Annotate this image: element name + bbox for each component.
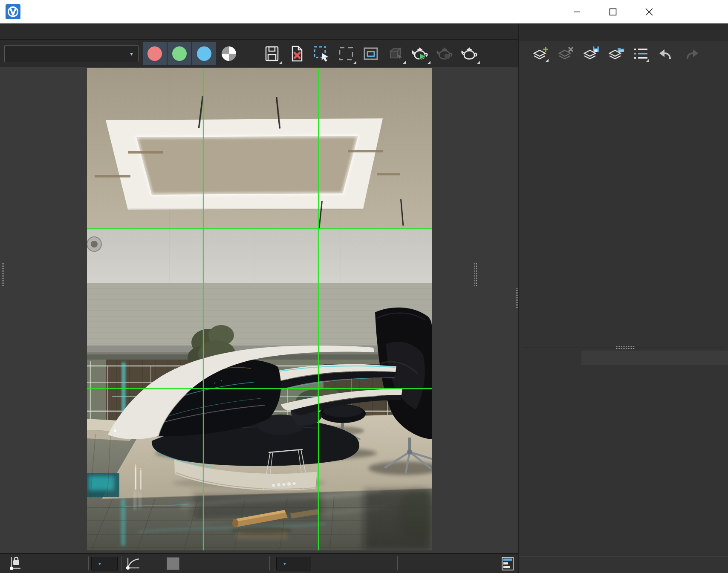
- save-image-button[interactable]: [260, 42, 284, 65]
- red-channel-button[interactable]: [143, 42, 167, 65]
- channel-select-dropdown[interactable]: ▾: [4, 45, 139, 62]
- render-teapot-icon: [410, 44, 430, 63]
- stop-render-icon: [435, 44, 455, 63]
- save-icon: [263, 44, 281, 63]
- zoom-level-button[interactable]: [334, 42, 358, 65]
- value-r: [184, 554, 205, 573]
- properties-header-area[interactable]: [581, 351, 728, 365]
- chevron-down-icon: ▾: [130, 50, 133, 57]
- menu-bar: [0, 23, 518, 39]
- left-splitter-grip[interactable]: [1, 262, 5, 287]
- chevron-down-icon: ▾: [98, 561, 101, 567]
- pixel-probe-icon: [125, 557, 141, 573]
- clear-image-icon: [287, 44, 306, 63]
- save-layers-button[interactable]: [581, 44, 601, 63]
- blue-channel-icon: [197, 46, 211, 61]
- render-last-button[interactable]: [408, 42, 433, 65]
- redo-icon: [683, 47, 699, 60]
- status-bar: ▾ ▾: [0, 553, 518, 573]
- statusbar-divider: [269, 556, 270, 570]
- blue-channel-button[interactable]: [192, 42, 216, 65]
- value-h: [319, 554, 332, 573]
- vray-logo-icon: [6, 4, 20, 19]
- pixel-ratio-dropdown[interactable]: ▾: [91, 557, 118, 570]
- chevron-down-icon: ▾: [283, 561, 286, 567]
- sampled-color-swatch: [167, 557, 179, 573]
- histogram-toggle-button[interactable]: [501, 557, 514, 573]
- title-bar: [0, 0, 728, 23]
- delete-layer-icon: [557, 46, 574, 61]
- properties-section: [519, 350, 728, 365]
- render-canvas[interactable]: [0, 67, 518, 553]
- stop-render-button[interactable]: [433, 42, 457, 65]
- zoom-50-icon: [337, 44, 355, 63]
- value-v: [370, 554, 387, 573]
- layer-list-options-button[interactable]: [631, 44, 651, 63]
- alpha-checker-icon: [222, 46, 236, 61]
- region-render-button[interactable]: [309, 42, 334, 65]
- clear-image-button[interactable]: [284, 42, 309, 65]
- minimize-button[interactable]: [565, 0, 589, 23]
- value-g: [210, 554, 231, 573]
- show-region-icon: [361, 44, 380, 63]
- undo-button[interactable]: [656, 44, 676, 63]
- undo-icon: [658, 47, 674, 60]
- canvas-splitter-grip[interactable]: [474, 262, 477, 287]
- panel-tabs: [519, 23, 728, 41]
- right-panel: [518, 23, 728, 573]
- value-s: [343, 554, 360, 573]
- show-region-button[interactable]: [358, 42, 383, 65]
- properties-splitter-grip[interactable]: [615, 346, 635, 349]
- layers-toolbar: [519, 41, 728, 66]
- value-b: [237, 554, 258, 573]
- save-layers-icon: [582, 46, 599, 61]
- pixel-lock-icon[interactable]: [9, 556, 21, 573]
- close-button[interactable]: [637, 0, 661, 23]
- statusbar-divider: [397, 556, 398, 570]
- add-layer-icon: [532, 46, 549, 61]
- statusbar-divider: [88, 556, 89, 570]
- add-layer-button[interactable]: [530, 44, 551, 63]
- interactive-teapot-icon: [460, 44, 480, 63]
- list-icon: [633, 46, 650, 61]
- redo-button[interactable]: [681, 44, 702, 63]
- interactive-render-button[interactable]: [457, 42, 482, 65]
- delete-layer-button[interactable]: [555, 44, 576, 63]
- main-toolbar: ▾: [0, 39, 518, 67]
- green-channel-icon: [172, 46, 187, 61]
- green-channel-button[interactable]: [168, 42, 191, 65]
- render-image[interactable]: [87, 68, 432, 550]
- pick-object-button[interactable]: [383, 42, 408, 65]
- red-channel-icon: [147, 46, 162, 61]
- load-layers-icon: [607, 46, 624, 61]
- panel-bottom-line: [519, 556, 728, 557]
- color-mode-dropdown[interactable]: ▾: [276, 557, 311, 570]
- statusbar-divider: [121, 556, 121, 570]
- region-render-icon: [312, 44, 331, 63]
- load-layers-button[interactable]: [606, 44, 626, 63]
- pick-object-icon: [386, 44, 405, 63]
- alpha-channel-button[interactable]: [217, 42, 241, 65]
- maximize-button[interactable]: [601, 0, 625, 23]
